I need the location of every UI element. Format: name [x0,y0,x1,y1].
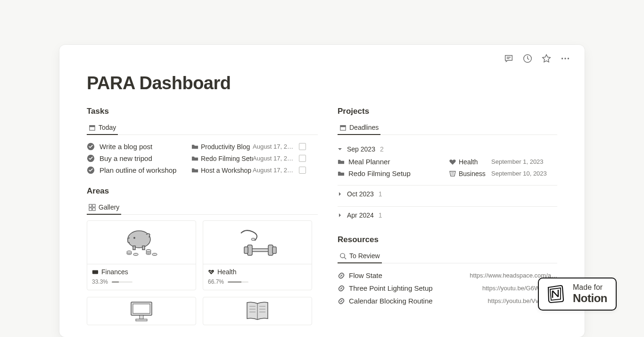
folder-icon [338,158,345,165]
tasks-heading: Tasks [87,107,318,116]
svg-rect-27 [244,247,248,253]
areas-view-tab[interactable]: Gallery [87,201,121,215]
projects-heading: Projects [338,107,557,116]
svg-rect-25 [250,249,270,252]
app-window: PARA Dashboard Tasks Today Write a bl [59,45,585,337]
star-icon[interactable] [541,53,552,66]
project-group-toggle[interactable]: Apr 2024 1 [338,207,557,222]
area-card-partial[interactable] [87,297,196,325]
topbar [504,53,570,66]
svg-point-18 [133,253,138,255]
task-name: Write a blog post [99,143,191,151]
checkbox[interactable] [299,167,306,174]
checkmark-circle-icon [87,143,95,151]
project-row[interactable]: Meal Planner Health September 1, 2023 [338,156,557,168]
calendar-icon [339,124,347,131]
task-project: Productivity Blog [191,143,253,151]
folder-icon [191,155,198,162]
area-card-partial[interactable] [203,297,312,325]
svg-rect-4 [90,125,95,126]
svg-point-12 [128,231,150,248]
svg-rect-32 [140,315,143,319]
resources-view-tab[interactable]: To Review [338,249,382,263]
task-date: August 17, 2023 [253,143,295,150]
resource-row[interactable]: Three Point Lighting Setup https://youtu… [338,282,557,295]
progress-bar [228,281,248,283]
task-project: Host a Workshop [191,167,253,174]
progress-bar [112,281,132,283]
project-area: Business [449,170,491,177]
svg-rect-11 [92,208,95,211]
comments-icon[interactable] [504,53,514,66]
task-row[interactable]: Write a blog post Productivity Blog Augu… [87,141,318,152]
areas-heading: Areas [87,186,318,196]
project-date: September 10, 2023 [491,170,557,177]
monitor-icon [127,300,156,323]
project-group-toggle[interactable]: Oct 2023 1 [338,185,557,201]
svg-point-42 [340,253,345,257]
search-icon [339,253,347,260]
svg-point-21 [146,249,151,252]
caret-down-icon [338,147,342,152]
resource-row[interactable]: Flow State https://www.headspace.com/a… [338,269,557,282]
projects-view-tab[interactable]: Deadlines [338,121,380,135]
svg-point-3 [568,58,569,59]
svg-rect-15 [142,246,145,250]
badge-line1: Made for [573,283,607,292]
piggy-bank-icon [123,226,160,259]
card-title: Finances [92,268,191,276]
svg-line-43 [344,257,346,259]
health-icon [449,158,456,166]
tasks-view-tab[interactable]: Today [87,121,118,135]
svg-rect-33 [136,319,147,321]
checkbox[interactable] [299,143,306,150]
task-date: August 17, 2023 [253,167,295,174]
project-area: Health [449,158,491,166]
checkmark-circle-icon [87,154,95,162]
content-area: PARA Dashboard Tasks Today Write a bl [59,45,585,336]
history-icon[interactable] [522,53,533,66]
tasks-section: Tasks Today Write a blog post Productivi… [87,107,318,176]
link-icon [338,272,345,279]
business-icon [449,170,456,177]
svg-point-22 [152,253,157,255]
task-row[interactable]: Buy a new tripod Redo Filming Setup Augu… [87,152,318,164]
checkbox[interactable] [299,155,306,162]
checkmark-circle-icon [87,166,95,174]
calendar-icon [89,124,96,131]
card-cover [87,221,196,264]
projects-section: Projects Deadlines Sep 2023 2 [338,107,557,222]
task-name: Plan outline of workshop [99,166,191,174]
svg-rect-10 [89,208,92,211]
page-title: PARA Dashboard [87,73,557,93]
resource-row[interactable]: Calendar Blocking Routine https://youtu.… [338,295,557,307]
project-row[interactable]: Redo Filming Setup Business September 10… [338,168,557,179]
task-project: Redo Filming Setup [191,155,253,162]
svg-rect-41 [340,125,346,126]
svg-point-24 [251,238,255,240]
progress-pct: 66.7% [208,278,224,285]
resources-heading: Resources [338,235,557,244]
folder-icon [338,170,345,177]
task-date: August 17, 20… [253,155,295,162]
card-title: Health [208,268,307,276]
area-card-finances[interactable]: Finances 33.3% [87,220,196,290]
progress-pct: 33.3% [92,278,108,285]
svg-point-2 [564,58,566,59]
project-group-toggle[interactable]: Sep 2023 2 [338,141,557,156]
dumbbell-icon [236,226,279,259]
link-icon [338,285,345,292]
finances-icon [92,269,99,275]
made-for-notion-badge[interactable]: Made for Notion [538,278,617,311]
svg-rect-14 [133,246,135,250]
folder-icon [191,167,198,174]
badge-line2: Notion [573,292,607,305]
link-icon [338,297,345,305]
more-icon[interactable] [560,53,570,66]
task-row[interactable]: Plan outline of workshop Host a Workshop… [87,164,318,176]
folder-icon [191,143,198,150]
card-cover [203,221,312,264]
svg-rect-9 [92,204,95,207]
svg-rect-23 [92,270,98,274]
area-card-health[interactable]: Health 66.7% [203,220,312,290]
